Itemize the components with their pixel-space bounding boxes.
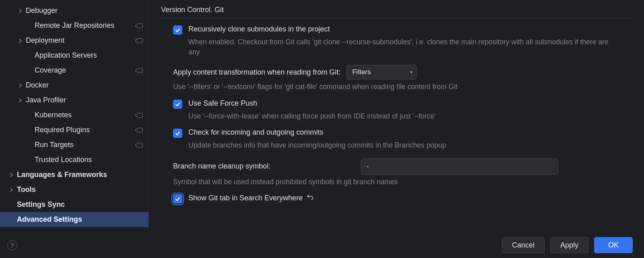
- chevron-right-icon: [6, 173, 17, 177]
- tree-item-docker[interactable]: Docker: [0, 78, 149, 93]
- setting-row-incoming-commits: Check for incoming and outgoing commits: [161, 123, 632, 138]
- project-scope-icon: [137, 23, 143, 28]
- tree-item-languages-frameworks[interactable]: Languages & Frameworks: [0, 167, 149, 182]
- setting-label: Check for incoming and outgoing commits: [188, 128, 323, 137]
- setting-label: Apply content transformation when readin…: [173, 68, 341, 77]
- tree-item-label: Deployment: [26, 36, 137, 45]
- setting-description: Symbol that will be used instead prohibi…: [161, 175, 632, 189]
- tree-item-label: Debugger: [26, 6, 143, 15]
- tree-item-label: Coverage: [35, 66, 137, 75]
- tree-item-label: Tools: [17, 185, 143, 194]
- tree-item-label: Java Profiler: [26, 96, 143, 104]
- project-scope-icon: [137, 38, 143, 43]
- chevron-right-icon: [15, 98, 26, 102]
- dropdown-content-transformation[interactable]: Filters ▾: [346, 65, 417, 79]
- chevron-down-icon: ▾: [410, 69, 413, 75]
- tree-item-settings-sync[interactable]: Settings Sync: [0, 197, 149, 212]
- tree-item-trusted-locations[interactable]: Trusted Locations: [0, 152, 149, 167]
- section-title: Version Control. Git: [161, 6, 632, 19]
- setting-label: Branch name cleanup symbol:: [173, 162, 270, 171]
- checkbox-recurse-submodules[interactable]: [173, 25, 182, 35]
- tree-item-kubernetes[interactable]: Kubernetes: [0, 108, 149, 123]
- help-icon[interactable]: ?: [7, 240, 17, 250]
- tree-item-application-servers[interactable]: Application Servers: [0, 48, 149, 63]
- tree-item-debugger[interactable]: Debugger: [0, 3, 149, 18]
- tree-item-label: Run Targets: [35, 141, 137, 149]
- tree-item-java-profiler[interactable]: Java Profiler: [0, 93, 149, 108]
- tree-item-label: Settings Sync: [17, 200, 143, 209]
- tree-item-label: Kubernetes: [35, 111, 137, 119]
- ok-button[interactable]: OK: [594, 237, 633, 253]
- tree-item-label: Required Plugins: [35, 126, 137, 134]
- tree-item-run-targets[interactable]: Run Targets: [0, 137, 149, 152]
- apply-button[interactable]: Apply: [550, 237, 588, 253]
- setting-row-recurse-submodules: Recursively clone submodules in the proj…: [161, 20, 632, 35]
- setting-label: Recursively clone submodules in the proj…: [188, 25, 330, 33]
- setting-description: When enabled, Checkout from Git calls 'g…: [161, 35, 632, 59]
- tree-item-label: Docker: [26, 81, 143, 89]
- setting-label: Show Git tab in Search Everywhere: [188, 194, 303, 202]
- project-scope-icon: [137, 113, 143, 118]
- tree-item-required-plugins[interactable]: Required Plugins: [0, 123, 149, 137]
- chevron-right-icon: [15, 83, 26, 87]
- tree-item-label: Application Servers: [35, 51, 143, 60]
- tree-item-label: Languages & Frameworks: [17, 171, 143, 179]
- dropdown-value: Filters: [352, 68, 371, 76]
- settings-tree-sidebar: DebuggerRemote Jar RepositoriesDeploymen…: [0, 0, 149, 232]
- setting-row-git-search-tab: Show Git tab in Search Everywhere: [161, 189, 632, 204]
- setting-label: Use Safe Force Push: [188, 99, 257, 108]
- input-branch-cleanup-symbol[interactable]: [361, 158, 558, 175]
- tree-item-tools[interactable]: Tools: [0, 182, 149, 197]
- chevron-right-icon: [6, 188, 17, 192]
- tree-item-label: Advanced Settings: [17, 215, 143, 224]
- settings-content: Version Control. Git Recursively clone s…: [149, 0, 644, 232]
- tree-item-label: Trusted Locations: [35, 156, 143, 164]
- tree-item-remote-jar-repositories[interactable]: Remote Jar Repositories: [0, 18, 149, 33]
- setting-description: Use '--filters' or '--textconv' flags fo…: [161, 79, 632, 94]
- project-scope-icon: [137, 143, 143, 148]
- setting-description: Update branches info that have incoming/…: [161, 138, 632, 153]
- tree-item-advanced-settings[interactable]: Advanced Settings: [0, 212, 149, 227]
- project-scope-icon: [137, 68, 143, 73]
- cancel-button[interactable]: Cancel: [502, 237, 545, 253]
- tree-item-label: Remote Jar Repositories: [35, 21, 137, 30]
- footer-bar: ? Cancel Apply OK: [0, 232, 644, 258]
- setting-row-content-transformation: Apply content transformation when readin…: [161, 59, 632, 79]
- chevron-right-icon: [15, 9, 26, 13]
- revert-icon[interactable]: [306, 194, 314, 202]
- project-scope-icon: [137, 128, 143, 133]
- tree-item-coverage[interactable]: Coverage: [0, 63, 149, 78]
- checkbox-incoming-commits[interactable]: [173, 129, 182, 138]
- tree-item-deployment[interactable]: Deployment: [0, 33, 149, 48]
- setting-row-safe-force-push: Use Safe Force Push: [161, 94, 632, 109]
- setting-description: Use '--force-with-lease' when calling fo…: [161, 109, 632, 124]
- checkbox-git-search-tab[interactable]: [173, 194, 182, 204]
- chevron-right-icon: [15, 39, 26, 43]
- setting-row-branch-cleanup: Branch name cleanup symbol:: [161, 153, 632, 175]
- checkbox-safe-force-push[interactable]: [173, 100, 182, 109]
